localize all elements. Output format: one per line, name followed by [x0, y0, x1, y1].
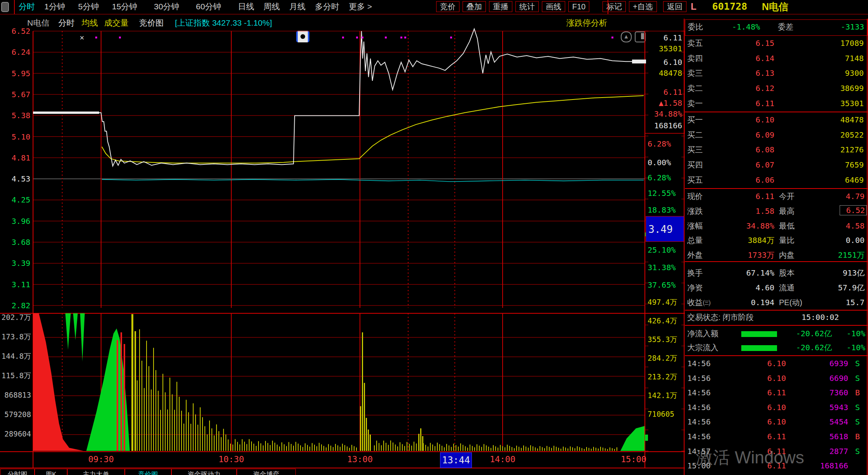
panel-row: 买五6.066469 [685, 173, 868, 188]
right-col-volume: 213.2万 [648, 372, 677, 381]
bottom-tab-资金博弈[interactable]: 资金博弈 [237, 469, 296, 475]
bid-label: 买五 [687, 175, 703, 185]
volume-bar [305, 443, 306, 451]
volume-bar [547, 446, 547, 451]
panel-row: 委比-1.48%委差-3133 [685, 19, 868, 36]
stat-value-2: 2151万 [813, 250, 865, 260]
panel-row: 涨幅34.88%最低4.58 [685, 219, 868, 234]
tick-price: 6.10 [743, 359, 786, 368]
panel-row: 卖三6.139300 [685, 66, 868, 81]
ask-volume: 17089 [809, 38, 864, 48]
volume-bar [474, 447, 475, 451]
volume-bar [544, 448, 545, 451]
volume-bar [368, 430, 369, 451]
close-overlay-icon[interactable]: × [80, 33, 84, 42]
volume-bar [388, 445, 389, 451]
volume-bar [374, 445, 375, 451]
volume-bar [165, 392, 166, 451]
volume-bar [542, 447, 543, 451]
volume-bar [328, 444, 329, 451]
bid-volume: 20522 [809, 130, 864, 140]
stat-label-1: 涨幅 [687, 221, 703, 231]
volume-bar [467, 448, 468, 451]
volume-bar [349, 448, 350, 451]
volume-bar [193, 403, 194, 451]
time-axis-label: 10:30 [214, 455, 249, 464]
bid-label: 买四 [687, 160, 703, 169]
bottom-tab-资金驱动力[interactable]: 资金驱动力 [171, 469, 237, 475]
ask-label: 卖三 [687, 68, 703, 78]
right-col-percent: 6.28% [648, 139, 671, 148]
weicha-value: -3133 [814, 22, 864, 31]
panel-separator [685, 325, 868, 326]
volume-bar [351, 445, 352, 451]
stat-label-2: PE(动) [779, 298, 802, 307]
volume-bar [279, 447, 280, 451]
tick-volume: 5454 [794, 417, 848, 426]
volume-bar [190, 424, 191, 451]
bottom-tab-分时图[interactable]: 分时图 [0, 469, 35, 475]
stat-label-2: 最低 [779, 221, 795, 231]
volume-bar [411, 445, 412, 451]
volume-bar [444, 447, 445, 451]
volume-axis-label: 144.8万 [0, 351, 31, 361]
volume-bar [481, 447, 482, 451]
volume-bar [263, 445, 264, 451]
volume-bar [418, 434, 419, 451]
volume-bar [230, 444, 231, 451]
volume-bar [174, 410, 175, 451]
ask-price: 6.15 [735, 38, 774, 48]
price-axis-label: 4.53 [0, 174, 30, 183]
volume-bar [251, 442, 252, 451]
volume-bar [572, 447, 573, 451]
volume-bar [430, 443, 431, 451]
auction-green-mass [86, 328, 130, 451]
volume-bar [172, 394, 173, 451]
panel-row: 大宗流入-20.62亿-10% [685, 341, 868, 355]
ask-price: 6.12 [735, 84, 774, 93]
volume-bar [528, 448, 529, 451]
volume-bar [326, 447, 327, 451]
tick-time: 14:56 [687, 403, 711, 412]
stock-code: 601728 [712, 2, 747, 11]
right-col-quote: 48478 [646, 68, 682, 78]
volume-bar [584, 449, 585, 451]
volume-bar [376, 441, 377, 451]
auction-green-wedge [65, 313, 71, 350]
flow-bar [741, 345, 777, 351]
volume-bar [249, 439, 250, 451]
volume-bar [593, 447, 594, 451]
volume-bar [137, 381, 138, 451]
volume-bar [507, 445, 508, 451]
event-dot [119, 37, 121, 38]
bottom-tab-周K[interactable]: 周K [35, 469, 67, 475]
volume-bar [589, 448, 589, 451]
event-dot [356, 37, 358, 38]
volume-bar [523, 445, 524, 451]
intraday-chart[interactable]: × [0, 0, 685, 475]
volume-bar [558, 448, 559, 451]
volume-bar [493, 445, 494, 451]
tick-volume: 6939 [794, 359, 848, 368]
volume-bar [577, 446, 578, 451]
stat-label-2: 最高 [779, 206, 795, 216]
panel-row: 交易状态: 闭市阶段15:00:02 [685, 311, 868, 324]
volume-bar [216, 424, 217, 451]
bottom-tab-主力大单[interactable]: 主力大单 [67, 469, 125, 475]
panel-row: 卖二6.1238699 [685, 81, 868, 96]
tick-time: 14:56 [687, 359, 711, 368]
volume-bar [603, 447, 603, 451]
volume-bar [153, 348, 154, 451]
panel-row: 净资4.60流通57.9亿 [685, 281, 868, 295]
volume-bar [141, 361, 142, 451]
tick-price: 6.11 [743, 388, 786, 397]
time-axis-label: 09:30 [84, 455, 119, 464]
bid-price: 6.07 [735, 160, 774, 169]
tick-volume: 5618 [794, 432, 848, 441]
stat-label-1: 总量 [687, 236, 703, 245]
bottom-tab-竞价图[interactable]: 竞价图 [125, 469, 171, 475]
volume-bar [291, 444, 292, 451]
volume-bar [211, 428, 212, 451]
tick-volume: 5943 [794, 403, 848, 412]
volume-bar [456, 445, 456, 451]
